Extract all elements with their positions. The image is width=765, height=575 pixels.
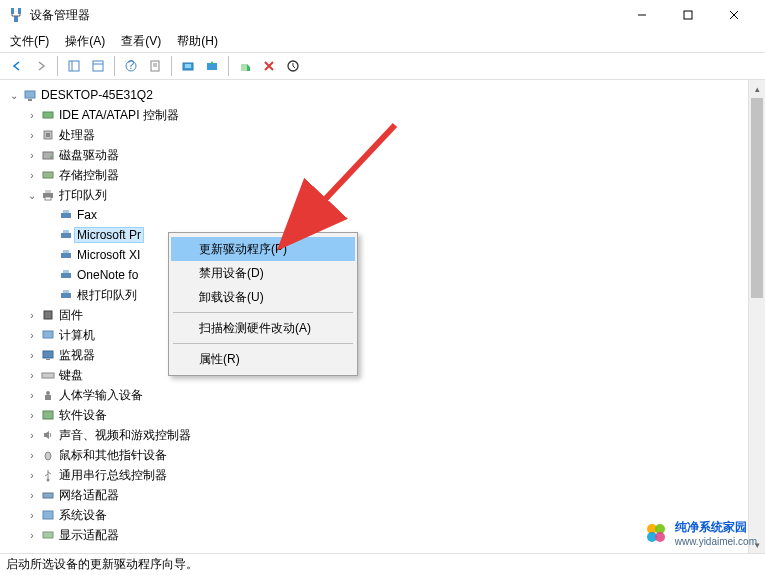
svg-rect-40: [61, 293, 71, 298]
ctx-disable-device[interactable]: 禁用设备(D): [171, 261, 355, 285]
chevron-right-icon[interactable]: ›: [25, 110, 39, 121]
toolbar-scan-icon[interactable]: [177, 55, 199, 77]
tree-item-cpu[interactable]: ›处理器: [7, 125, 762, 145]
toolbar-view2-icon[interactable]: [87, 55, 109, 77]
tree-item-network[interactable]: ›网络适配器: [7, 485, 762, 505]
tree-item-rootprint[interactable]: 根打印队列: [7, 285, 762, 305]
svg-rect-35: [63, 230, 69, 233]
chevron-right-icon[interactable]: ›: [25, 150, 39, 161]
svg-rect-30: [45, 190, 51, 193]
chevron-right-icon[interactable]: ›: [25, 470, 39, 481]
chevron-right-icon[interactable]: ›: [25, 170, 39, 181]
tree-item-storage[interactable]: ›存储控制器: [7, 165, 762, 185]
chevron-down-icon[interactable]: ⌄: [25, 190, 39, 201]
svg-rect-46: [42, 373, 54, 378]
scrollbar-thumb[interactable]: [751, 98, 763, 298]
chevron-right-icon[interactable]: ›: [25, 130, 39, 141]
svg-rect-1: [18, 8, 21, 14]
toolbar-disable-icon[interactable]: [282, 55, 304, 77]
toolbar-view-icon[interactable]: [63, 55, 85, 77]
device-tree[interactable]: ⌄ DESKTOP-45E31Q2 ›IDE ATA/ATAPI 控制器 ›处理…: [0, 80, 763, 553]
chevron-right-icon[interactable]: ›: [25, 330, 39, 341]
menu-file[interactable]: 文件(F): [6, 31, 53, 52]
tree-item-firmware[interactable]: ›固件: [7, 305, 762, 325]
ctx-properties[interactable]: 属性(R): [171, 347, 355, 371]
maximize-button[interactable]: [665, 0, 711, 30]
printer-icon: [39, 188, 57, 202]
toolbar-uninstall-icon[interactable]: [258, 55, 280, 77]
toolbar-enable-icon[interactable]: [234, 55, 256, 77]
chevron-right-icon[interactable]: ›: [25, 390, 39, 401]
tree-item-msprint[interactable]: Microsoft Pr: [7, 225, 762, 245]
statusbar: 启动所选设备的更新驱动程序向导。: [0, 553, 765, 575]
watermark-title: 纯净系统家园: [675, 519, 757, 536]
chevron-right-icon[interactable]: ›: [25, 510, 39, 521]
chevron-right-icon[interactable]: ›: [25, 310, 39, 321]
svg-rect-28: [43, 172, 53, 178]
chevron-right-icon[interactable]: ›: [25, 490, 39, 501]
usb-icon: [39, 468, 57, 482]
svg-rect-2: [14, 16, 18, 22]
menu-action[interactable]: 操作(A): [61, 31, 109, 52]
menu-help[interactable]: 帮助(H): [173, 31, 222, 52]
back-button[interactable]: [6, 55, 28, 77]
svg-point-47: [46, 391, 50, 395]
svg-rect-18: [207, 63, 217, 70]
chevron-right-icon[interactable]: ›: [25, 450, 39, 461]
toolbar: ?: [0, 52, 765, 80]
keyboard-icon: [39, 368, 57, 382]
svg-point-50: [45, 452, 51, 460]
forward-button[interactable]: [30, 55, 52, 77]
tree-item-keyboard[interactable]: ›键盘: [7, 365, 762, 385]
chevron-right-icon[interactable]: ›: [25, 370, 39, 381]
toolbar-update-icon[interactable]: [201, 55, 223, 77]
svg-rect-44: [43, 351, 53, 358]
tree-item-hid[interactable]: ›人体学输入设备: [7, 385, 762, 405]
chevron-right-icon[interactable]: ›: [25, 530, 39, 541]
menu-view[interactable]: 查看(V): [117, 31, 165, 52]
tree-item-fax[interactable]: Fax: [7, 205, 762, 225]
svg-rect-32: [61, 213, 71, 218]
printer-icon: [57, 228, 75, 242]
scroll-up-icon[interactable]: ▴: [749, 80, 765, 97]
svg-rect-45: [46, 359, 50, 360]
svg-rect-37: [63, 250, 69, 253]
tree-item-usb[interactable]: ›通用串行总线控制器: [7, 465, 762, 485]
statusbar-text: 启动所选设备的更新驱动程序向导。: [6, 556, 198, 573]
tree-item-onenote[interactable]: OneNote fo: [7, 265, 762, 285]
titlebar: 设备管理器: [0, 0, 765, 30]
vertical-scrollbar[interactable]: ▴ ▾: [748, 80, 765, 553]
tree-item-disk[interactable]: ›磁盘驱动器: [7, 145, 762, 165]
chevron-right-icon[interactable]: ›: [25, 350, 39, 361]
window-title: 设备管理器: [30, 7, 619, 24]
chevron-right-icon[interactable]: ›: [25, 430, 39, 441]
tree-root-label: DESKTOP-45E31Q2: [39, 88, 155, 102]
cpu-icon: [39, 128, 57, 142]
tree-item-mouse[interactable]: ›鼠标和其他指针设备: [7, 445, 762, 465]
toolbar-properties-icon[interactable]: [144, 55, 166, 77]
close-button[interactable]: [711, 0, 757, 30]
ctx-uninstall-device[interactable]: 卸载设备(U): [171, 285, 355, 309]
minimize-button[interactable]: [619, 0, 665, 30]
svg-rect-7: [69, 61, 79, 71]
svg-rect-19: [241, 64, 247, 71]
tree-item-msxps[interactable]: Microsoft XI: [7, 245, 762, 265]
chevron-down-icon[interactable]: ⌄: [7, 90, 21, 101]
svg-rect-22: [28, 99, 32, 101]
chevron-right-icon[interactable]: ›: [25, 410, 39, 421]
toolbar-help-icon[interactable]: ?: [120, 55, 142, 77]
app-icon: [8, 7, 24, 23]
ctx-scan-hardware[interactable]: 扫描检测硬件改动(A): [171, 316, 355, 340]
tree-item-ide[interactable]: ›IDE ATA/ATAPI 控制器: [7, 105, 762, 125]
tree-item-audio[interactable]: ›声音、视频和游戏控制器: [7, 425, 762, 445]
tree-item-printqueue[interactable]: ⌄打印队列: [7, 185, 762, 205]
ctx-update-driver[interactable]: 更新驱动程序(P): [171, 237, 355, 261]
svg-rect-42: [44, 311, 52, 319]
tree-item-monitor[interactable]: ›监视器: [7, 345, 762, 365]
tree-root[interactable]: ⌄ DESKTOP-45E31Q2: [7, 85, 762, 105]
tree-item-computer[interactable]: ›计算机: [7, 325, 762, 345]
svg-rect-38: [61, 273, 71, 278]
tree-item-software[interactable]: ›软件设备: [7, 405, 762, 425]
monitor-icon: [39, 348, 57, 362]
svg-rect-33: [63, 210, 69, 213]
